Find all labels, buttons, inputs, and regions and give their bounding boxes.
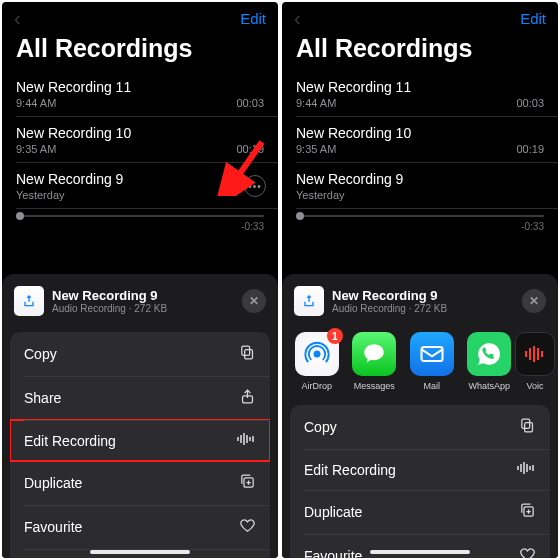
screenshot-right: ‹ Edit All Recordings New Recording 11 9…: [282, 2, 558, 558]
close-icon[interactable]: ✕: [522, 289, 546, 313]
mail-app[interactable]: Mail: [409, 332, 455, 391]
recording-row[interactable]: New Recording 9 Yesterday: [282, 163, 558, 209]
back-icon[interactable]: ‹: [294, 7, 301, 30]
copy-icon: [519, 417, 536, 437]
share-action[interactable]: Share: [10, 376, 270, 420]
more-icon[interactable]: •••: [244, 175, 266, 197]
sheet-subtitle: Audio Recording · 272 KB: [332, 303, 447, 314]
recording-row[interactable]: New Recording 10 9:35 AM 00:19: [282, 117, 558, 163]
recording-meta: Yesterday: [16, 189, 238, 201]
nav-bar: ‹ Edit: [282, 2, 558, 30]
whatsapp-app[interactable]: WhatsApp: [467, 332, 513, 391]
share-icon: [239, 388, 256, 408]
back-icon[interactable]: ‹: [14, 7, 21, 30]
svg-rect-12: [421, 347, 442, 361]
sheet-header: New Recording 9 Audio Recording · 272 KB…: [282, 284, 558, 326]
duplicate-action[interactable]: Duplicate: [290, 490, 550, 534]
file-icon: [294, 286, 324, 316]
svg-rect-19: [522, 419, 530, 428]
waveform-icon: [516, 461, 536, 478]
nav-bar: ‹ Edit: [2, 2, 278, 30]
file-icon: [14, 286, 44, 316]
sheet-title: New Recording 9: [332, 288, 447, 303]
svg-rect-2: [242, 346, 250, 355]
sheet-subtitle: Audio Recording · 272 KB: [52, 303, 167, 314]
recordings-list: New Recording 11 9:44 AM 00:03 New Recor…: [282, 71, 558, 209]
duplicate-icon: [519, 502, 536, 522]
copy-action[interactable]: Copy: [10, 332, 270, 376]
recording-name: New Recording 11: [296, 79, 544, 95]
favourite-action[interactable]: Favourite: [10, 505, 270, 549]
time-labels: -0:33: [296, 221, 544, 232]
recording-row[interactable]: New Recording 10 9:35 AM 00:19: [2, 117, 278, 163]
recording-name: New Recording 10: [16, 125, 264, 141]
action-sheet: New Recording 9 Audio Recording · 272 KB…: [2, 274, 278, 558]
playback-scrubber[interactable]: -0:33: [282, 209, 558, 242]
svg-rect-18: [525, 423, 533, 432]
recording-meta: 9:35 AM 00:19: [296, 143, 544, 155]
heart-icon: [519, 546, 536, 558]
mail-icon: [410, 332, 454, 376]
recording-meta: Yesterday: [296, 189, 544, 201]
airdrop-app[interactable]: 1 AirDrop: [294, 332, 340, 391]
time-labels: -0:33: [16, 221, 264, 232]
edit-button[interactable]: Edit: [240, 10, 266, 27]
heart-icon: [239, 517, 256, 537]
voice-icon: [515, 332, 555, 376]
page-title: All Recordings: [282, 30, 558, 71]
recording-meta: 9:35 AM 00:19: [16, 143, 264, 155]
recordings-list: New Recording 11 9:44 AM 00:03 New Recor…: [2, 71, 278, 209]
action-list: Copy Edit Recording Duplicate Favourite: [290, 405, 550, 558]
waveform-icon: [236, 432, 256, 449]
copy-icon: [239, 344, 256, 364]
edit-recording-action[interactable]: Edit Recording: [290, 449, 550, 490]
svg-rect-1: [245, 350, 253, 359]
copy-action[interactable]: Copy: [290, 405, 550, 449]
badge: 1: [327, 328, 343, 344]
recording-row[interactable]: New Recording 9 Yesterday •••: [2, 163, 278, 209]
duplicate-action[interactable]: Duplicate: [10, 461, 270, 505]
messages-icon: [352, 332, 396, 376]
whatsapp-icon: [467, 332, 511, 376]
action-list: Copy Share Edit Recording Duplicate: [10, 332, 270, 558]
airdrop-icon: 1: [295, 332, 339, 376]
recording-row[interactable]: New Recording 11 9:44 AM 00:03: [2, 71, 278, 117]
messages-app[interactable]: Messages: [352, 332, 398, 391]
recording-row[interactable]: New Recording 11 9:44 AM 00:03: [282, 71, 558, 117]
recording-name: New Recording 9: [296, 171, 544, 187]
close-icon[interactable]: ✕: [242, 289, 266, 313]
duplicate-icon: [239, 473, 256, 493]
playback-scrubber[interactable]: -0:33: [2, 209, 278, 242]
svg-point-11: [314, 351, 319, 356]
edit-button[interactable]: Edit: [520, 10, 546, 27]
page-title: All Recordings: [2, 30, 278, 71]
sheet-title: New Recording 9: [52, 288, 167, 303]
voice-memos-app[interactable]: Voic: [524, 332, 546, 391]
favourite-action[interactable]: Favourite: [290, 534, 550, 558]
recording-meta: 9:44 AM 00:03: [296, 97, 544, 109]
recording-meta: 9:44 AM 00:03: [16, 97, 264, 109]
sheet-header: New Recording 9 Audio Recording · 272 KB…: [2, 284, 278, 326]
share-targets-row: 1 AirDrop Messages Mail WhatsA: [282, 326, 558, 399]
home-indicator[interactable]: [370, 550, 470, 554]
recording-name: New Recording 9: [16, 171, 238, 187]
edit-recording-action[interactable]: Edit Recording: [10, 420, 270, 461]
home-indicator[interactable]: [90, 550, 190, 554]
recording-name: New Recording 10: [296, 125, 544, 141]
recording-name: New Recording 11: [16, 79, 264, 95]
share-sheet: New Recording 9 Audio Recording · 272 KB…: [282, 274, 558, 558]
screenshot-left: ‹ Edit All Recordings New Recording 11 9…: [2, 2, 278, 558]
